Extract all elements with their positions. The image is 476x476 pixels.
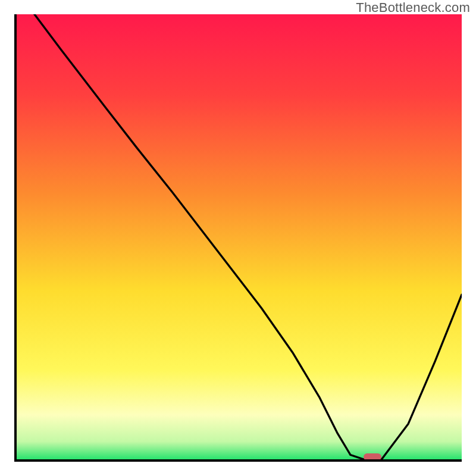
chart-container: TheBottleneck.com: [0, 0, 476, 476]
watermark-text: TheBottleneck.com: [356, 0, 470, 15]
plot-area: [14, 14, 462, 462]
bottleneck-curve: [17, 14, 462, 459]
optimal-marker: [364, 453, 381, 461]
